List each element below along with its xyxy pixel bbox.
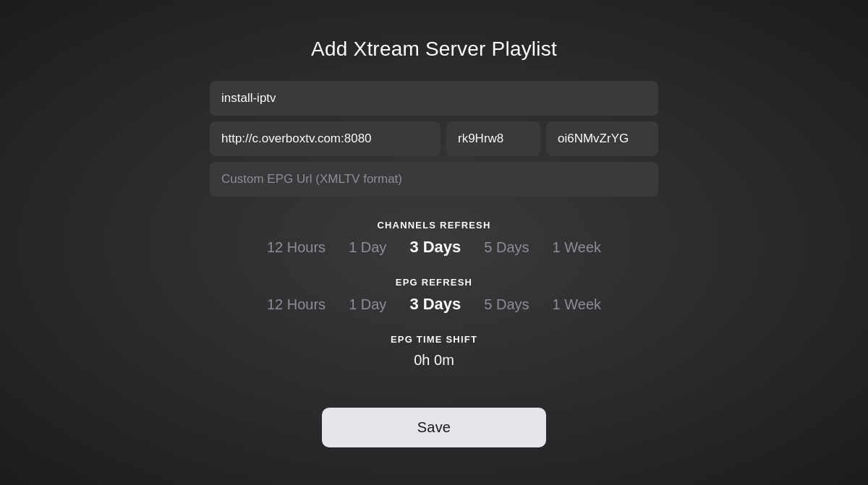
epg-url-input[interactable] bbox=[210, 162, 658, 197]
form-container bbox=[210, 81, 658, 197]
dialog-title: Add Xtream Server Playlist bbox=[311, 38, 557, 61]
dialog-container: Add Xtream Server Playlist CHANNELS REFR… bbox=[210, 38, 658, 447]
channels-refresh-12h[interactable]: 12 Hours bbox=[267, 239, 326, 256]
channels-refresh-5d[interactable]: 5 Days bbox=[484, 239, 529, 256]
epg-refresh-12h[interactable]: 12 Hours bbox=[267, 296, 326, 313]
password-input[interactable] bbox=[546, 121, 658, 156]
username-input[interactable] bbox=[446, 121, 540, 156]
epg-timeshift-value[interactable]: 0h 0m bbox=[414, 352, 454, 369]
channels-refresh-1d[interactable]: 1 Day bbox=[349, 239, 386, 256]
epg-refresh-1d[interactable]: 1 Day bbox=[349, 296, 386, 313]
server-credentials-row bbox=[210, 121, 658, 156]
epg-refresh-5d[interactable]: 5 Days bbox=[484, 296, 529, 313]
channels-refresh-label: CHANNELS REFRESH bbox=[377, 220, 490, 231]
epg-refresh-options: 12 Hours 1 Day 3 Days 5 Days 1 Week bbox=[267, 295, 601, 314]
save-button[interactable]: Save bbox=[322, 408, 546, 447]
epg-timeshift-label: EPG TIME SHIFT bbox=[391, 334, 477, 345]
epg-refresh-1w[interactable]: 1 Week bbox=[553, 296, 601, 313]
playlist-name-input[interactable] bbox=[210, 81, 658, 116]
server-url-input[interactable] bbox=[210, 121, 441, 156]
channels-refresh-options: 12 Hours 1 Day 3 Days 5 Days 1 Week bbox=[267, 238, 601, 257]
epg-refresh-label: EPG REFRESH bbox=[396, 277, 472, 288]
epg-refresh-3d[interactable]: 3 Days bbox=[409, 295, 461, 314]
channels-refresh-1w[interactable]: 1 Week bbox=[553, 239, 601, 256]
channels-refresh-3d[interactable]: 3 Days bbox=[409, 238, 461, 257]
